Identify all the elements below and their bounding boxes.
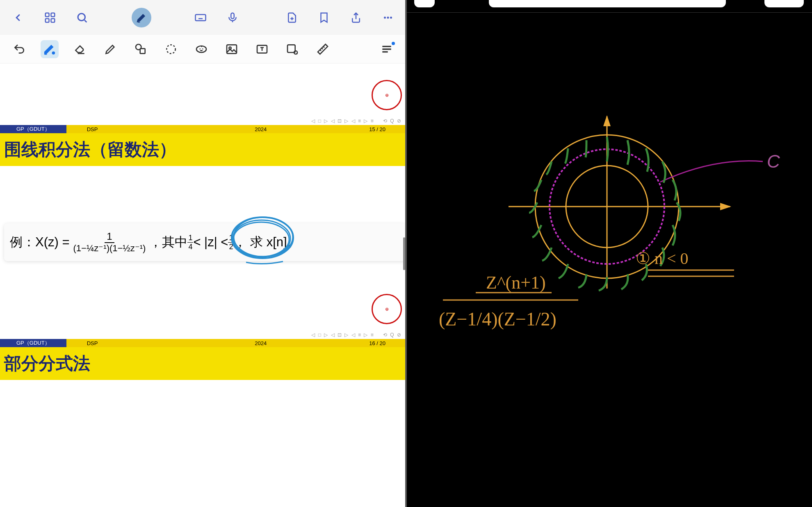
svg-rect-1 (51, 13, 55, 16)
stamp-icon-2: ⊕ (372, 294, 402, 324)
svg-point-9 (390, 16, 392, 18)
rt-extra-button[interactable] (764, 0, 804, 7)
svg-rect-15 (227, 45, 237, 53)
svg-rect-0 (46, 13, 49, 16)
sticker-tool[interactable] (192, 40, 210, 58)
slide-footer-1: GP（GDUT） DSP 2024 15 / 20 (0, 125, 406, 133)
highlighter-tool[interactable] (101, 40, 119, 58)
slide-content-area[interactable]: ⊕ ◁ □ ▷ ◁ ⊡ ▷ ◁ ≡ ▷ ≡ ⟲ Q ⊘ GP（GDUT） DSP… (0, 64, 406, 507)
rt-tools-group[interactable] (489, 0, 726, 7)
svg-point-10 (52, 52, 55, 54)
keyboard-button[interactable] (191, 8, 210, 27)
more-button[interactable] (378, 8, 398, 27)
expr-denominator: (Z−1/4)(Z−1/2) (439, 309, 557, 330)
pen-tool[interactable] (41, 40, 59, 58)
left-app-pane: ⊕ ◁ □ ▷ ◁ ⊡ ▷ ◁ ≡ ▷ ≡ ⟲ Q ⊘ GP（GDUT） DSP… (0, 0, 406, 507)
pen-mode-button[interactable] (132, 8, 151, 27)
footer-author-2: GP（GDUT） (0, 339, 66, 347)
menu-button[interactable] (378, 40, 396, 58)
drawing-tool-bar (0, 35, 406, 64)
grid-button[interactable] (40, 8, 60, 27)
slide-footer-2: GP（GDUT） DSP 2024 16 / 20 (0, 339, 406, 347)
svg-rect-2 (46, 18, 49, 22)
footer-author: GP（GDUT） (0, 125, 66, 133)
svg-point-8 (387, 16, 389, 18)
whiteboard-canvas[interactable]: C ① n < 0 Z^(n+1) (Z−1/4)(Z−1/2) (406, 12, 812, 507)
drag-handle[interactable] (403, 237, 405, 270)
footer-page: 15 / 20 (369, 126, 385, 132)
bookmark-button[interactable] (314, 8, 334, 27)
share-button[interactable] (346, 8, 366, 27)
svg-point-22 (234, 217, 293, 257)
circle-annotation (226, 213, 299, 266)
lasso-tool[interactable] (162, 40, 180, 58)
svg-point-23 (233, 222, 289, 257)
svg-rect-5 (196, 14, 206, 20)
stamp-icon: ⊕ (372, 80, 402, 110)
shape-tool[interactable] (132, 40, 150, 58)
image-tool[interactable] (223, 40, 241, 58)
svg-point-4 (78, 14, 85, 21)
split-divider[interactable] (405, 0, 407, 507)
nav-symbols-2: ◁ □ ▷ ◁ ⊡ ▷ ◁ ≡ ▷ ≡ ⟲ Q ⊘ (0, 331, 406, 339)
svg-rect-6 (231, 13, 235, 18)
svg-rect-12 (140, 48, 145, 53)
add-page-button[interactable] (282, 8, 302, 27)
main-top-bar (0, 0, 406, 35)
nav-symbols: ◁ □ ▷ ◁ ⊡ ▷ ◁ ≡ ▷ ≡ ⟲ Q ⊘ (0, 117, 406, 125)
text-tool[interactable] (253, 40, 271, 58)
rt-back-button[interactable] (414, 0, 435, 7)
formula-box: 例：X(z) = 1 (1−¼z⁻¹)(1−½z⁻¹) ，其中 14 < |z|… (4, 223, 406, 261)
back-button[interactable] (8, 8, 28, 27)
expr-numerator: Z^(n+1) (486, 273, 546, 293)
microphone-button[interactable] (223, 8, 242, 27)
svg-point-13 (167, 45, 175, 53)
case-label: ① n < 0 (636, 249, 689, 268)
right-toolbar (406, 0, 812, 12)
footer-title: DSP (87, 126, 98, 132)
svg-point-7 (384, 16, 386, 18)
ruler-tool[interactable] (314, 40, 332, 58)
undo-button[interactable] (10, 40, 28, 58)
eraser-tool[interactable] (71, 40, 89, 58)
image-search-tool[interactable] (283, 40, 301, 58)
search-button[interactable] (72, 8, 92, 27)
slide-body: 例：X(z) = 1 (1−¼z⁻¹)(1−½z⁻¹) ，其中 14 < |z|… (0, 166, 406, 286)
slide-title-1: 围线积分法（留数法） (0, 133, 406, 166)
footer-year: 2024 (255, 126, 267, 132)
svg-rect-3 (51, 18, 55, 22)
contour-label: C (767, 151, 780, 171)
right-app-pane: C ① n < 0 Z^(n+1) (Z−1/4)(Z−1/2) (406, 0, 812, 507)
slide-title-2: 部分分式法 (0, 347, 406, 380)
